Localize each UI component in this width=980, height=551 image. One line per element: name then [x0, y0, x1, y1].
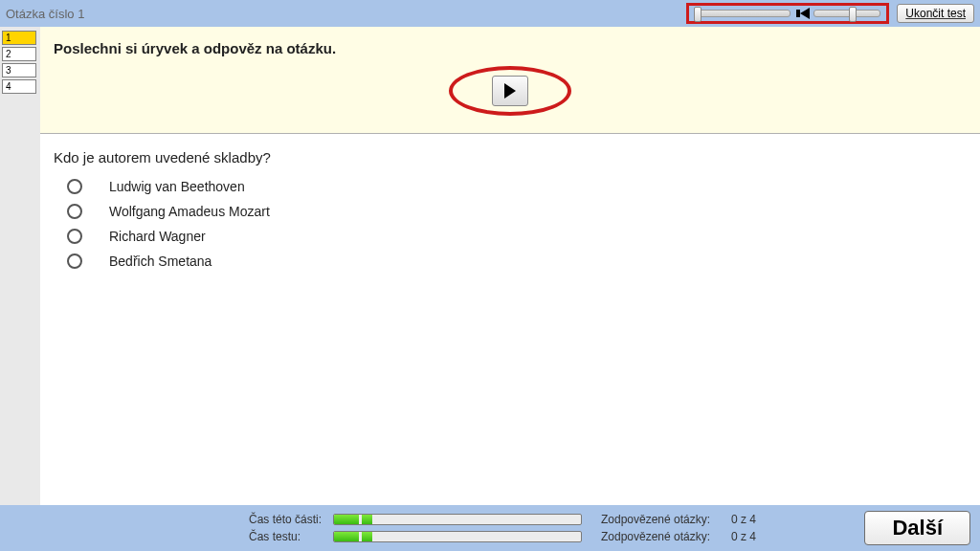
audio-progress-thumb[interactable] — [694, 7, 702, 22]
option-label: Richard Wagner — [109, 229, 206, 244]
audio-controls-highlight — [686, 3, 889, 24]
radio-icon[interactable] — [67, 253, 82, 269]
option-row[interactable]: Ludwig van Beethoven — [67, 179, 967, 194]
question-nav-item-3[interactable]: 3 — [2, 63, 36, 77]
play-button[interactable] — [492, 76, 528, 106]
answered-label-1: Zodpovězené otázky: — [601, 513, 724, 526]
answered-value-2: 0 z 4 — [731, 530, 756, 543]
question-number-title: Otázka číslo 1 — [6, 7, 84, 21]
play-icon — [504, 83, 516, 99]
option-row[interactable]: Bedřich Smetana — [67, 253, 967, 269]
play-button-highlight — [449, 66, 571, 116]
next-button[interactable]: Další — [864, 511, 970, 545]
part-time-label: Čas této části: — [249, 513, 323, 526]
radio-icon[interactable] — [67, 229, 82, 244]
speaker-icon — [796, 8, 808, 19]
instruction-text: Poslechni si úryvek a odpověz na otázku. — [54, 40, 967, 56]
option-row[interactable]: Richard Wagner — [67, 229, 967, 244]
test-time-progress — [333, 531, 582, 542]
question-nav-item-2[interactable]: 2 — [2, 47, 36, 61]
top-bar: Otázka číslo 1 Ukončit test — [0, 0, 980, 27]
footer-bar: Čas této části: Čas testu: Zodpovězené o… — [0, 505, 980, 551]
volume-slider[interactable] — [813, 10, 880, 17]
option-row[interactable]: Wolfgang Amadeus Mozart — [67, 204, 967, 219]
instruction-block: Poslechni si úryvek a odpověz na otázku. — [40, 27, 980, 134]
test-time-fill — [334, 532, 372, 541]
question-nav-item-4[interactable]: 4 — [2, 79, 36, 94]
question-nav: 1 2 3 4 — [0, 27, 40, 505]
radio-icon[interactable] — [67, 179, 82, 194]
question-prompt: Kdo je autorem uvedené skladby? — [54, 149, 967, 165]
option-label: Wolfgang Amadeus Mozart — [109, 204, 270, 219]
part-time-fill — [334, 515, 372, 524]
option-label: Ludwig van Beethoven — [109, 179, 245, 194]
option-label: Bedřich Smetana — [109, 253, 212, 269]
timers: Čas této části: Čas testu: — [249, 513, 582, 543]
question-area: Kdo je autorem uvedené skladby? Ludwig v… — [40, 134, 980, 294]
audio-progress-slider[interactable] — [695, 10, 791, 17]
volume-thumb[interactable] — [849, 7, 857, 22]
question-nav-item-1[interactable]: 1 — [2, 31, 36, 45]
answered-label-2: Zodpovězené otázky: — [601, 530, 724, 543]
test-time-label: Čas testu: — [249, 530, 323, 543]
answered-value-1: 0 z 4 — [731, 513, 756, 526]
radio-icon[interactable] — [67, 204, 82, 219]
main-panel: Poslechni si úryvek a odpověz na otázku.… — [40, 27, 980, 505]
end-test-button[interactable]: Ukončit test — [897, 4, 974, 23]
answered-column: Zodpovězené otázky: 0 z 4 Zodpovězené ot… — [601, 513, 756, 543]
part-time-progress — [333, 514, 582, 525]
